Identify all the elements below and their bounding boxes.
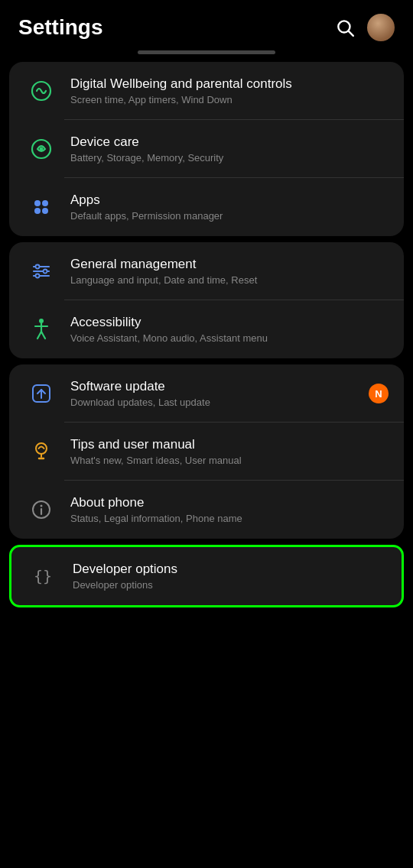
developer-options-card[interactable]: {} Developer options Developer options xyxy=(9,545,404,607)
digital-wellbeing-text: Digital Wellbeing and parental controls … xyxy=(70,76,389,107)
svg-point-26 xyxy=(41,505,43,507)
sidebar-item-accessibility[interactable]: Accessibility Voice Assistant, Mono audi… xyxy=(9,300,404,358)
header-actions xyxy=(335,14,395,41)
general-management-subtitle: Language and input, Date and time, Reset xyxy=(70,274,389,287)
sidebar-item-general-management[interactable]: General management Language and input, D… xyxy=(9,242,404,300)
svg-point-14 xyxy=(36,274,40,278)
svg-point-6 xyxy=(42,200,48,206)
digital-wellbeing-subtitle: Screen time, App timers, Wind Down xyxy=(70,94,389,107)
svg-line-1 xyxy=(349,31,353,36)
developer-options-text: Developer options Developer options xyxy=(73,561,386,592)
sidebar-item-apps[interactable]: Apps Default apps, Permission manager xyxy=(9,178,404,236)
page-title: Settings xyxy=(18,15,102,40)
avatar[interactable] xyxy=(367,14,395,41)
svg-point-22 xyxy=(36,443,47,454)
svg-point-8 xyxy=(42,208,48,214)
apps-subtitle: Default apps, Permission manager xyxy=(70,210,389,223)
tips-subtitle: What's new, Smart ideas, User manual xyxy=(70,455,389,468)
svg-point-12 xyxy=(36,265,40,269)
accessibility-title: Accessibility xyxy=(70,314,389,331)
accessibility-text: Accessibility Voice Assistant, Mono audi… xyxy=(70,314,389,345)
general-management-icon xyxy=(24,254,58,288)
developer-options-title: Developer options xyxy=(73,561,386,578)
about-phone-text: About phone Status, Legal information, P… xyxy=(70,494,389,526)
accessibility-icon xyxy=(24,313,58,346)
sidebar-item-about-phone[interactable]: About phone Status, Legal information, P… xyxy=(9,481,404,539)
update-badge: N xyxy=(369,384,389,403)
tips-text: Tips and user manual What's new, Smart i… xyxy=(70,436,389,468)
sidebar-item-tips[interactable]: Tips and user manual What's new, Smart i… xyxy=(9,423,404,481)
section-update-about: Software update Download updates, Last u… xyxy=(9,364,404,539)
general-management-text: General management Language and input, D… xyxy=(70,256,389,287)
device-care-icon xyxy=(24,132,58,166)
about-phone-subtitle: Status, Legal information, Phone name xyxy=(70,513,389,526)
sidebar-item-digital-wellbeing[interactable]: Digital Wellbeing and parental controls … xyxy=(9,62,404,120)
software-update-subtitle: Download updates, Last update xyxy=(70,397,369,410)
sidebar-item-device-care[interactable]: Device care Battery, Storage, Memory, Se… xyxy=(9,120,404,178)
header: Settings xyxy=(0,0,413,50)
sidebar-item-developer-options[interactable]: {} Developer options Developer options xyxy=(11,547,402,605)
digital-wellbeing-icon xyxy=(24,74,58,108)
about-phone-title: About phone xyxy=(70,494,389,511)
scroll-indicator xyxy=(138,50,275,54)
software-update-icon xyxy=(24,377,58,410)
developer-options-icon: {} xyxy=(27,559,60,593)
apps-title: Apps xyxy=(70,192,389,209)
tips-icon xyxy=(24,435,58,468)
section-management-accessibility: General management Language and input, D… xyxy=(9,242,404,358)
device-care-subtitle: Battery, Storage, Memory, Security xyxy=(70,152,389,165)
apps-icon xyxy=(24,190,58,224)
software-update-title: Software update xyxy=(70,378,369,395)
device-care-title: Device care xyxy=(70,134,389,151)
about-phone-icon xyxy=(24,493,58,526)
svg-point-5 xyxy=(34,200,41,206)
software-update-text: Software update Download updates, Last u… xyxy=(70,378,369,410)
tips-title: Tips and user manual xyxy=(70,436,389,453)
developer-options-subtitle: Developer options xyxy=(73,579,386,592)
digital-wellbeing-title: Digital Wellbeing and parental controls xyxy=(70,76,389,92)
svg-text:{}: {} xyxy=(34,567,52,585)
section-wellbeing-apps: Digital Wellbeing and parental controls … xyxy=(9,62,404,236)
general-management-title: General management xyxy=(70,256,389,273)
sidebar-item-software-update[interactable]: Software update Download updates, Last u… xyxy=(9,364,404,423)
svg-line-18 xyxy=(37,332,41,338)
svg-point-13 xyxy=(44,270,47,274)
accessibility-subtitle: Voice Assistant, Mono audio, Assistant m… xyxy=(70,332,389,345)
svg-line-19 xyxy=(41,332,45,338)
device-care-text: Device care Battery, Storage, Memory, Se… xyxy=(70,134,389,165)
svg-point-4 xyxy=(40,147,44,151)
search-icon[interactable] xyxy=(335,18,355,37)
svg-point-7 xyxy=(34,208,41,214)
apps-text: Apps Default apps, Permission manager xyxy=(70,192,389,223)
